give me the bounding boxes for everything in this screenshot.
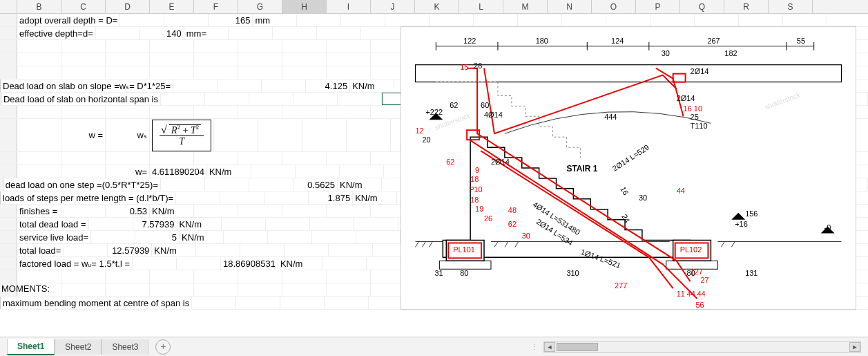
col-S[interactable]: S bbox=[769, 0, 813, 13]
col-R[interactable]: R bbox=[724, 0, 769, 13]
col-E[interactable]: E bbox=[150, 0, 194, 13]
cell-F-mm[interactable]: mm bbox=[253, 14, 297, 26]
svg-text:12: 12 bbox=[416, 127, 424, 135]
cell-B-effdepth[interactable]: effective depth=d= bbox=[17, 27, 96, 39]
cell-E-165[interactable]: 165 bbox=[209, 14, 253, 26]
cell-E-knm5[interactable]: KN/m bbox=[150, 205, 194, 217]
scroll-left-button[interactable]: ◄ bbox=[544, 342, 555, 352]
cell-E-1886[interactable]: 18.86908531 bbox=[221, 257, 278, 270]
cell-B-deadload-horiz[interactable]: Dead load of slab on horizontal span is bbox=[1, 93, 161, 105]
svg-text:16 10: 16 10 bbox=[684, 104, 702, 113]
cell-B-stepsper[interactable]: loads of steps per metre length = (d.l*b… bbox=[1, 191, 176, 204]
tab-sheet3[interactable]: Sheet3 bbox=[102, 339, 148, 355]
cell-G-knm3[interactable]: KN/m bbox=[338, 178, 382, 191]
scroll-right-button[interactable]: ► bbox=[849, 342, 860, 352]
svg-text:30: 30 bbox=[662, 49, 670, 57]
scroll-thumb[interactable] bbox=[557, 343, 598, 351]
svg-text:55: 55 bbox=[797, 37, 805, 45]
cell-G-knm[interactable]: KN/m bbox=[350, 79, 394, 92]
svg-text:16: 16 bbox=[619, 185, 630, 197]
svg-text:4Ø14: 4Ø14 bbox=[484, 111, 503, 119]
svg-text:9: 9 bbox=[475, 166, 479, 174]
cell-B-factored[interactable]: factored load = wᵤ= 1.5*t.l = bbox=[17, 257, 133, 270]
col-B[interactable]: B bbox=[17, 0, 61, 13]
cell-D-75793[interactable]: 7.57939 bbox=[133, 218, 177, 230]
col-L[interactable]: L bbox=[459, 0, 503, 13]
col-H[interactable]: H bbox=[282, 0, 327, 13]
svg-text:15: 15 bbox=[460, 63, 468, 71]
col-D[interactable]: D bbox=[106, 0, 150, 13]
svg-text:20: 20 bbox=[422, 135, 430, 144]
tab-sheet1[interactable]: Sheet1 bbox=[7, 339, 55, 355]
col-J[interactable]: J bbox=[371, 0, 415, 13]
cell-B-liveload[interactable]: service live load= bbox=[17, 231, 91, 243]
add-sheet-button[interactable]: + bbox=[155, 339, 171, 355]
cell-E-knm7[interactable]: KN/m bbox=[180, 231, 224, 243]
svg-text:2Ø14: 2Ø14 bbox=[677, 94, 695, 102]
cell-B-step[interactable]: dead load on one step =(0.5*R*T*25)= bbox=[3, 178, 161, 191]
svg-text:62: 62 bbox=[450, 101, 458, 109]
svg-text:122: 122 bbox=[463, 37, 476, 45]
svg-text:PL101: PL101 bbox=[453, 245, 475, 254]
svg-text:+222: +222 bbox=[425, 108, 443, 116]
cell-E-formula[interactable]: R2 + T2 T bbox=[150, 119, 214, 151]
column-headers: B C D E F G H I J K L M N O P Q R S bbox=[0, 0, 868, 14]
svg-text:shutterstock: shutterstock bbox=[764, 91, 801, 111]
cell-D-ws[interactable]: wₛ bbox=[106, 119, 150, 151]
svg-line-24 bbox=[416, 241, 419, 247]
cell-G-knm4[interactable]: KN/m bbox=[353, 191, 397, 204]
cell-F-knm9[interactable]: KN/m bbox=[278, 257, 322, 270]
col-O[interactable]: O bbox=[592, 0, 636, 13]
svg-text:2Ø14: 2Ø14 bbox=[691, 67, 709, 75]
cell-A-moments[interactable]: MOMENTS: bbox=[0, 283, 17, 296]
svg-text:180: 180 bbox=[536, 37, 548, 45]
spreadsheet-grid: B C D E F G H I J K L M N O P Q R S adop… bbox=[0, 0, 868, 337]
svg-text:PL102: PL102 bbox=[680, 245, 702, 254]
col-M[interactable]: M bbox=[503, 0, 548, 13]
cell-B-deadload-slope[interactable]: Dead load on slab on slope =wₛ= D*1*25= bbox=[1, 79, 173, 92]
cell-F-knm2[interactable]: KN/m bbox=[207, 165, 251, 178]
svg-text:30: 30 bbox=[639, 194, 647, 202]
cell-E-4611[interactable]: 4.611890204 bbox=[150, 165, 207, 178]
svg-text:+16: +16 bbox=[735, 220, 748, 228]
svg-text:2Ø14 L=529: 2Ø14 L=529 bbox=[611, 143, 650, 173]
svg-line-30 bbox=[721, 241, 724, 247]
col-C[interactable]: C bbox=[61, 0, 106, 13]
cell-B-finishes[interactable]: finishes = bbox=[17, 205, 61, 217]
cell-D-1257[interactable]: 12.57939 bbox=[108, 244, 152, 256]
svg-text:48: 48 bbox=[508, 206, 517, 214]
col-K[interactable]: K bbox=[415, 0, 459, 13]
cell-E-knm6[interactable]: KN/m bbox=[177, 218, 222, 230]
cell-F-4125[interactable]: 4.125 bbox=[306, 79, 350, 92]
cell-B-totalload[interactable]: total load= bbox=[17, 244, 64, 256]
svg-text:56: 56 bbox=[696, 301, 704, 309]
cell-E-mmeq[interactable]: mm= bbox=[184, 27, 229, 39]
cell-D-053[interactable]: 0.53 bbox=[106, 205, 150, 217]
sheet-tabs-bar: Sheet1 Sheet2 Sheet3 + ⋮ ◄ ► bbox=[0, 337, 868, 356]
cell-D-weq2[interactable]: w= bbox=[106, 165, 150, 178]
tab-sheet2[interactable]: Sheet2 bbox=[55, 339, 102, 355]
cell-F-1875[interactable]: 1.875 bbox=[309, 191, 353, 204]
svg-rect-32 bbox=[673, 74, 686, 82]
col-P[interactable]: P bbox=[636, 0, 680, 13]
svg-text:182: 182 bbox=[724, 49, 737, 57]
cell-D-5[interactable]: 5 bbox=[135, 231, 180, 243]
cell-F-05625[interactable]: 0.5625 bbox=[293, 178, 338, 191]
col-F[interactable]: F bbox=[194, 0, 238, 13]
cell-E-knm8[interactable]: KN/m bbox=[152, 244, 196, 256]
svg-text:18: 18 bbox=[470, 196, 479, 204]
svg-text:27: 27 bbox=[700, 276, 708, 284]
cell-D-140[interactable]: 140 bbox=[140, 27, 184, 39]
col-N[interactable]: N bbox=[548, 0, 592, 13]
col-I[interactable]: I bbox=[327, 0, 371, 13]
cell-B-maxbending[interactable]: maximum bending moment at centre of span… bbox=[1, 297, 192, 309]
cell-C-weq[interactable]: w = bbox=[61, 119, 106, 151]
cell-B-adopt[interactable]: adopt overall depth = D= bbox=[17, 14, 120, 26]
col-G[interactable]: G bbox=[238, 0, 282, 13]
col-Q[interactable]: Q bbox=[680, 0, 724, 13]
svg-text:444: 444 bbox=[604, 113, 617, 121]
cell-B-totaldead[interactable]: total dead load = bbox=[17, 218, 89, 230]
split-grip-icon[interactable]: ⋮ bbox=[531, 343, 538, 350]
svg-text:156: 156 bbox=[745, 209, 758, 218]
horizontal-scrollbar[interactable]: ◄ ► bbox=[543, 341, 861, 353]
